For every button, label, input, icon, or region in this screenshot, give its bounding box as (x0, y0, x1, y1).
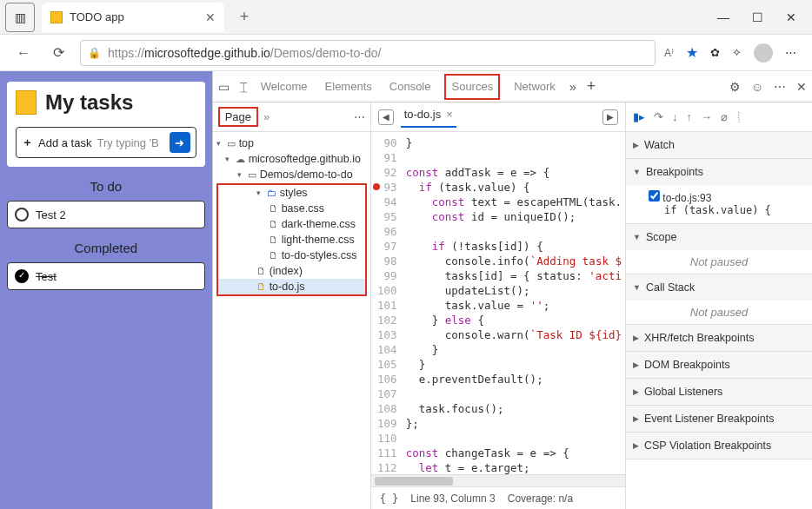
tree-item-styles[interactable]: ▾🗀styles (218, 185, 365, 201)
extensions-icon[interactable]: ✿ (710, 46, 720, 59)
navigator-tab-page[interactable]: Page (218, 107, 258, 127)
breakpoint-item[interactable]: to-do.js:93 (649, 190, 803, 204)
task-checkbox[interactable] (15, 208, 29, 221)
task-checkbox-checked[interactable] (15, 269, 29, 283)
add-task-placeholder: Try typing 'B (97, 136, 158, 149)
profile-avatar[interactable] (754, 43, 773, 63)
pause-exceptions-icon[interactable]: ⦚ (736, 110, 742, 123)
new-panel-icon[interactable]: + (587, 77, 596, 96)
code-editor[interactable]: 9091929394959697989910010110210310410510… (371, 132, 625, 474)
tab-actions-button[interactable]: ▥ (5, 3, 35, 32)
navigator-menu-icon[interactable]: ⋯ (354, 110, 365, 123)
navigator-more-tabs-icon[interactable]: » (263, 110, 270, 123)
section-breakpoints[interactable]: ▼Breakpoints (626, 159, 812, 185)
tab-welcome[interactable]: Welcome (257, 74, 311, 100)
debugger-pane: ▮▸ ↷ ↓ ↑ → ⌀ ⦚ ▶Watch ▼Breakpoints to-do… (626, 102, 812, 509)
feedback-icon[interactable]: ☺ (751, 80, 763, 94)
tab-sources[interactable]: Sources (444, 74, 500, 100)
back-button[interactable]: ← (10, 45, 37, 61)
menu-icon[interactable]: ⋯ (785, 46, 796, 59)
cursor-position: Line 93, Column 3 (410, 492, 495, 505)
window-minimize-icon[interactable]: — (717, 10, 729, 24)
app-page: My tasks ＋ Add a task Try typing 'B ➜ To… (0, 71, 212, 509)
add-task-submit[interactable]: ➜ (170, 132, 190, 153)
tree-item-folder[interactable]: ▾▭Demos/demo-to-do (213, 167, 370, 182)
refresh-button[interactable]: ⟳ (45, 44, 71, 61)
device-icon[interactable]: ⌶ (240, 80, 247, 94)
deactivate-bp-icon[interactable]: ⌀ (721, 110, 728, 123)
task-row[interactable]: Test (7, 262, 205, 290)
section-global[interactable]: ▶Global Listeners (626, 379, 812, 405)
tab-favicon (50, 11, 63, 23)
tree-item-file[interactable]: 🗋to-do-styles.css (218, 248, 365, 263)
address-bar[interactable]: 🔒 https://microsoftedge.github.io/Demos/… (80, 40, 656, 66)
new-tab-button[interactable]: + (231, 8, 257, 26)
callstack-not-paused: Not paused (626, 301, 812, 324)
section-event[interactable]: ▶Event Listener Breakpoints (626, 406, 812, 432)
plus-icon: ＋ (22, 135, 33, 150)
section-todo: To do (7, 179, 205, 194)
settings-icon[interactable]: ⚙ (729, 80, 741, 94)
tree-item-file[interactable]: 🗋base.css (218, 201, 365, 216)
tree-item-file-selected[interactable]: 🗋to-do.js (218, 279, 365, 294)
page-title: My tasks (16, 90, 196, 115)
browser-tab[interactable]: TODO app ✕ (42, 3, 224, 32)
editor-pane: ◀ to-do.js × ▶ 9091929394959697989910010… (371, 102, 626, 509)
step-icon[interactable]: → (701, 110, 712, 123)
section-csp[interactable]: ▶CSP Violation Breakpoints (626, 433, 812, 459)
devtools-menu-icon[interactable]: ⋯ (774, 80, 786, 94)
tab-title: TODO app (70, 10, 124, 23)
tree-item-file[interactable]: 🗋dark-theme.css (218, 216, 365, 232)
favorite-icon[interactable]: ★ (686, 44, 698, 61)
tree-item-top[interactable]: ▾▭top (213, 136, 370, 151)
editor-tab-close-icon[interactable]: × (446, 108, 453, 121)
devtools-close-icon[interactable]: ✕ (796, 80, 807, 94)
show-debugger-icon[interactable]: ▶ (602, 109, 618, 125)
clipboard-icon (16, 90, 37, 115)
lock-icon: 🔒 (88, 47, 101, 59)
resume-icon[interactable]: ▮▸ (633, 110, 645, 123)
scope-not-paused: Not paused (626, 250, 812, 274)
show-navigator-icon[interactable]: ◀ (378, 109, 394, 125)
section-scope[interactable]: ▼Scope (626, 224, 812, 250)
step-over-icon[interactable]: ↷ (654, 110, 663, 123)
add-task-input[interactable]: ＋ Add a task Try typing 'B ➜ (16, 127, 196, 158)
tree-item-file[interactable]: 🗋light-theme.css (218, 232, 365, 248)
task-row[interactable]: Test 2 (7, 201, 205, 228)
horizontal-scrollbar[interactable] (371, 474, 625, 486)
tab-network[interactable]: Network (510, 74, 559, 100)
tree-item-origin[interactable]: ▾☁microsoftedge.github.io (213, 151, 370, 167)
inspect-icon[interactable]: ▭ (218, 80, 230, 94)
tab-close-icon[interactable]: ✕ (205, 10, 216, 24)
breakpoint-preview: if (task.value) { (649, 204, 803, 216)
pretty-print-icon[interactable]: { } (380, 492, 399, 505)
add-task-label: Add a task (38, 136, 91, 149)
window-close-icon[interactable]: ✕ (786, 10, 796, 24)
section-xhr[interactable]: ▶XHR/fetch Breakpoints (626, 325, 812, 351)
coverage-status: Coverage: n/a (508, 492, 573, 505)
collections-icon[interactable]: ✧ (732, 46, 742, 59)
task-label: Test 2 (36, 208, 66, 221)
tab-elements[interactable]: Elements (322, 74, 376, 100)
task-label: Test (36, 270, 57, 283)
devtools: ▭ ⌶ Welcome Elements Console Sources Net… (212, 71, 812, 509)
reading-mode-icon[interactable]: A⁾ (664, 47, 674, 59)
section-dom[interactable]: ▶DOM Breakpoints (626, 352, 812, 378)
breakpoint-checkbox[interactable] (649, 190, 660, 202)
tree-item-file[interactable]: 🗋(index) (218, 263, 365, 279)
more-tabs-icon[interactable]: » (569, 80, 576, 94)
window-maximize-icon[interactable]: ☐ (752, 10, 763, 24)
url-text: https://microsoftedge.github.io/Demos/de… (108, 46, 381, 60)
step-into-icon[interactable]: ↓ (672, 110, 678, 123)
editor-tab[interactable]: to-do.js × (401, 106, 456, 128)
section-callstack[interactable]: ▼Call Stack (626, 274, 812, 301)
step-out-icon[interactable]: ↑ (687, 110, 693, 123)
section-completed: Completed (7, 241, 205, 255)
section-watch[interactable]: ▶Watch (626, 132, 812, 158)
tab-console[interactable]: Console (386, 74, 435, 100)
navigator-pane: Page » ⋯ ▾▭top ▾☁microsoftedge.github.io… (213, 102, 371, 509)
